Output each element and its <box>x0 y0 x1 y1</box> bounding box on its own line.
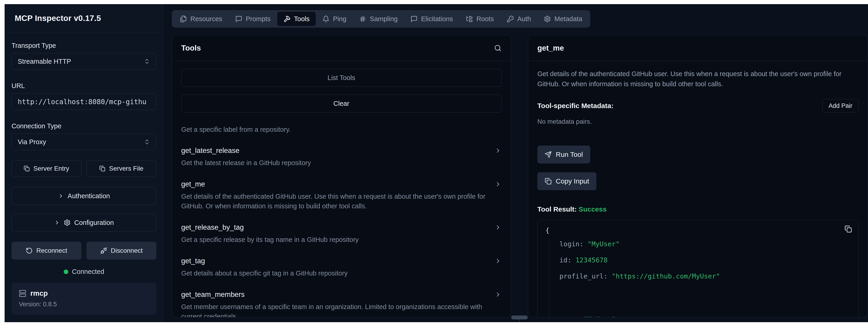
tool-item-get_team_members[interactable]: get_team_members Get member usernames of… <box>181 291 501 317</box>
tab-label: Prompts <box>246 15 271 23</box>
add-pair-button[interactable]: Add Pair <box>822 99 859 113</box>
configuration-label: Configuration <box>74 219 114 227</box>
connection-buttons-row: Reconnect Disconnect <box>11 242 156 260</box>
configuration-toggle[interactable]: Configuration <box>11 214 156 232</box>
tool-list: get_latest_release Get the latest releas… <box>181 147 501 317</box>
tool-item-get_tag[interactable]: get_tag Get details about a specific git… <box>181 257 501 278</box>
tool-description: Get member usernames of a specific team … <box>181 302 487 317</box>
tool-detail-panel: get_me Get details of the authenticated … <box>528 35 868 317</box>
json-row: profile_url: "https://github.com/MyUser" <box>559 271 850 281</box>
url-label: URL <box>11 82 156 90</box>
copy-input-label: Copy Input <box>556 177 589 185</box>
tool-name: get_release_by_tag <box>181 223 244 232</box>
json-row-clipped: name: "MyUser" <box>559 314 850 317</box>
server-icon <box>19 290 26 297</box>
json-row: login: "MyUser" <box>559 239 850 249</box>
tab-label: Sampling <box>370 15 398 23</box>
tool-detail-body: Get details of the authenticated GitHub … <box>528 61 868 317</box>
tool-item-get_latest_release[interactable]: get_latest_release Get the latest releas… <box>181 147 501 168</box>
rotate-ccw-icon <box>26 247 33 254</box>
metadata-label: Tool-specific Metadata: <box>537 102 614 110</box>
scrolled-tool-description: Get a specific label from a repository. <box>181 125 501 134</box>
server-entry-label: Server Entry <box>33 165 69 172</box>
tool-result-status: Success <box>579 205 607 213</box>
search-icon[interactable] <box>494 44 501 52</box>
tab-metadata[interactable]: Metadata <box>537 12 588 26</box>
copy-icon <box>99 166 105 172</box>
tool-item-get_me[interactable]: get_me Get details of the authenticated … <box>181 180 501 211</box>
transport-type-select[interactable]: Streamable HTTP <box>11 53 156 70</box>
authentication-label: Authentication <box>68 192 110 200</box>
disconnect-button[interactable]: Disconnect <box>87 242 156 260</box>
server-entry-button[interactable]: Server Entry <box>11 160 82 177</box>
tool-name: get_latest_release <box>181 147 239 155</box>
tab-sampling[interactable]: Sampling <box>353 12 404 26</box>
json-key: profile_url: <box>559 272 612 280</box>
copy-result-icon[interactable] <box>844 225 852 233</box>
disconnect-label: Disconnect <box>111 247 143 254</box>
connection-type-value: Via Proxy <box>18 138 46 146</box>
sidebar-body: Transport Type Streamable HTTP URL http:… <box>5 32 163 315</box>
chevron-right-icon <box>54 219 60 226</box>
add-pair-label: Add Pair <box>829 102 852 110</box>
connection-status: Connected <box>11 268 156 275</box>
send-icon <box>545 151 552 158</box>
tab-tools[interactable]: Tools <box>277 12 316 26</box>
json-rows-list: login: "MyUser" id: 12345678 profile_url… <box>559 239 850 281</box>
tools-panel-title: Tools <box>181 44 201 53</box>
list-tools-label: List Tools <box>328 74 355 82</box>
connection-type-select[interactable]: Via Proxy <box>11 133 156 150</box>
json-key: login: <box>559 240 587 248</box>
reconnect-label: Reconnect <box>36 247 67 254</box>
tab-icon <box>283 16 291 23</box>
panel-resize-handle[interactable] <box>511 316 528 319</box>
url-input[interactable]: http://localhost:8080/mcp-githu <box>11 93 156 110</box>
tab-ping[interactable]: Ping <box>316 12 352 26</box>
tab-auth[interactable]: Auth <box>501 12 537 26</box>
json-row: id: 12345678 <box>559 255 850 265</box>
json-result-viewer: { login: "MyUser" id: 1234 <box>537 220 859 317</box>
transport-type-value: Streamable HTTP <box>18 58 71 65</box>
tool-name: get_me <box>181 180 205 188</box>
tab-resources[interactable]: Resources <box>174 12 228 26</box>
tab-icon <box>180 16 187 23</box>
sidebar-header: MCP Inspector v0.17.5 <box>5 4 163 32</box>
json-key: name: <box>559 315 584 317</box>
json-value: "MyUser" <box>584 315 616 317</box>
tool-name: get_team_members <box>181 291 245 299</box>
reconnect-button[interactable]: Reconnect <box>11 242 82 260</box>
tab-label: Auth <box>517 15 531 23</box>
list-tools-button[interactable]: List Tools <box>181 69 501 87</box>
tool-result-label: Tool Result: <box>537 205 577 213</box>
clear-button[interactable]: Clear <box>181 94 501 113</box>
tab-label: Metadata <box>554 15 582 23</box>
tab-elicitations[interactable]: Elicitations <box>404 12 459 26</box>
tab-label: Roots <box>476 15 494 23</box>
tab-icon <box>359 16 366 23</box>
metadata-row: Tool-specific Metadata: Add Pair <box>537 99 859 113</box>
clear-label: Clear <box>333 100 349 108</box>
tools-panel-body: List Tools Clear Get a specific label fr… <box>172 61 511 317</box>
servers-file-button[interactable]: Servers File <box>87 160 156 177</box>
tab-roots[interactable]: Roots <box>460 12 500 26</box>
tab-prompts[interactable]: Prompts <box>229 12 277 26</box>
copy-input-button[interactable]: Copy Input <box>537 172 596 190</box>
chevron-right-icon <box>495 258 501 264</box>
tool-item-get_release_by_tag[interactable]: get_release_by_tag Get a specific releas… <box>181 223 501 244</box>
json-open-brace: { <box>546 225 850 236</box>
json-value: 12345678 <box>576 256 608 264</box>
server-buttons-row: Server Entry Servers File <box>11 160 156 177</box>
chevron-right-icon <box>58 193 64 199</box>
tab-icon <box>235 16 242 23</box>
tools-list-panel: Tools List Tools Clear Get a specific la… <box>172 35 511 317</box>
authentication-toggle[interactable]: Authentication <box>11 187 156 205</box>
tools-panel-header: Tools <box>172 35 511 61</box>
tab-label: Elicitations <box>421 15 453 23</box>
tab-icon <box>322 16 330 23</box>
transport-type-label: Transport Type <box>11 42 156 50</box>
server-info-card: rmcp Version: 0.8.5 <box>11 283 156 315</box>
run-tool-button[interactable]: Run Tool <box>537 146 590 164</box>
tab-icon <box>410 16 417 23</box>
tab-icon <box>466 16 473 23</box>
chevron-right-icon <box>495 181 501 188</box>
